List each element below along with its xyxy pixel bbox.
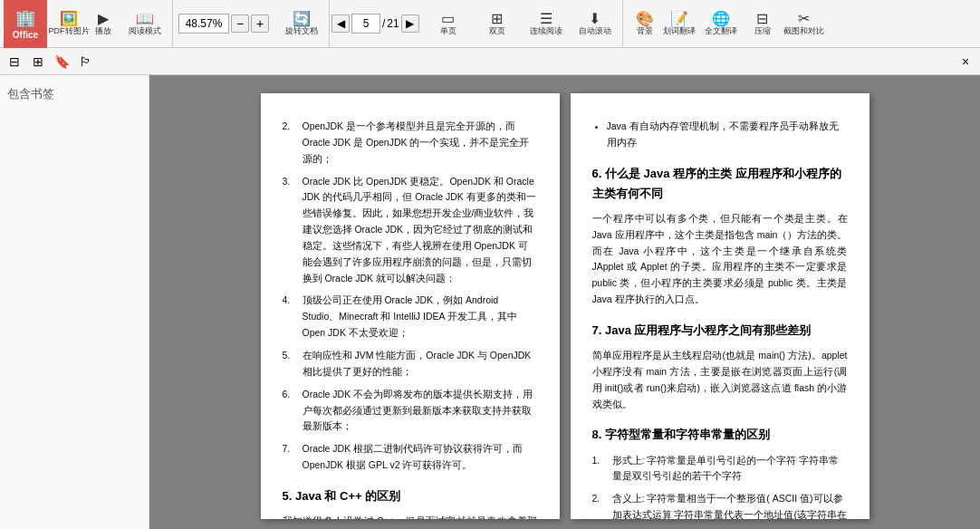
zoom-in-icon: + [256,16,264,31]
section7-body: 简单应用程序是从主线程启动(也就是 main() 方法)。applet 小程序没… [592,348,848,412]
toolbar-section-pdf: 🖼️ PDF转图片 ▶ 播放 📖 阅读模式 [49,0,173,47]
play-label: 播放 [95,27,111,36]
screenshot-icon: ✂ [798,12,810,26]
zoom-out-icon: − [236,16,244,31]
item-5-num: 5. [283,348,299,380]
pdf-to-image-label: PDF转图片 [49,27,90,36]
background-label: 背景 [637,27,653,36]
auto-scroll-button[interactable]: ⬇ 自动滚动 [572,4,619,43]
zoom-in-button[interactable]: + [251,14,269,33]
java-features-list: Java 有自动内存管理机制，不需要程序员手动释放无用内存 [607,119,848,151]
single-page-button[interactable]: ▭ 单页 [425,4,472,43]
section5-intro: 我知道很多人没学过 C++，但是面试官就就是喜欢拿着那题 Java 和 C++ … [283,514,538,519]
layout-icon-btn[interactable]: ⊟ [4,51,25,72]
item-5: 5. 在响应性和 JVM 性能方面，Oracle JDK 与 OpenJDK 相… [283,348,538,380]
zoom-input[interactable]: 48.57% [178,14,229,34]
item-2-text: OpenJDK 是一个参考模型并且是完全开源的，而 Oracle JDK 是 O… [303,119,538,168]
rotate-icon: 🔄 [293,12,311,26]
page-separator: / [382,17,385,30]
section8-text-1: 形式上: 字符常量是单引号引起的一个字符 字符串常量是双引号引起的若干个字符 [612,453,848,486]
item-3-text: Oracle JDK 比 OpenJDK 更稳定。OpenJDK 和 Oracl… [303,174,538,287]
toolbar-row1: 🏢 Office 🖼️ PDF转图片 ▶ 播放 📖 阅读模式 48.57% − … [0,0,980,48]
continuous-icon: ☰ [540,12,552,26]
flag-icon: 🏳 [79,54,91,69]
item-6-num: 6. [283,387,299,436]
toolbar-section-tools2: 🎨 背景 📝 划词翻译 🌐 全文翻译 ⊟ 压缩 ✂ 截图和对比 [625,0,831,47]
office-label: Office [13,30,38,40]
section6-title: 6. 什么是 Java 程序的主类 应用程序和小程序的主类有何不同 [592,164,848,204]
prev-page-button[interactable]: ◀ [331,14,350,33]
section8-num-2: 2. [592,491,609,519]
background-icon: 🎨 [636,12,654,26]
close-icon: × [962,54,969,69]
section6-body: 一个程序中可以有多个类，但只能有一个类是主类。在 Java 应用程序中，这个主类… [592,211,848,308]
single-page-label: 单页 [440,27,456,36]
pdf-to-image-button[interactable]: 🖼️ PDF转图片 [53,4,85,43]
double-page-label: 双页 [489,27,505,36]
word-translate-button[interactable]: 📝 划词翻译 [663,4,696,43]
zoom-section: 48.57% − + [175,14,273,34]
section8-title: 8. 字符型常量和字符串常量的区别 [592,425,848,445]
single-page-icon: ▭ [441,12,455,26]
screenshot-label: 截图和对比 [783,27,824,36]
pdf-page-left: 2. OpenJDK 是一个参考模型并且是完全开源的，而 Oracle JDK … [261,93,560,519]
grid-icon-btn[interactable]: ⊞ [27,51,49,72]
continuous-read-button[interactable]: ☰ 连续阅读 [523,4,570,43]
zoom-out-button[interactable]: − [231,14,249,33]
item-6: 6. Oracle JDK 不会为即将发布的版本提供长期支持，用户每次都必须通过… [283,387,538,436]
main-content-area[interactable]: 2. OpenJDK 是一个参考模型并且是完全开源的，而 Oracle JDK … [149,75,980,529]
bookmark-icon-btn[interactable]: 🔖 [51,51,72,72]
item-4-num: 4. [283,293,299,341]
page-number-input[interactable]: 5 [351,14,380,34]
full-translate-button[interactable]: 🌐 全文翻译 [697,4,745,43]
translate-icon: 📝 [670,12,688,26]
toolbar-row2: ⊟ ⊞ 🔖 🏳 × [0,48,980,75]
read-icon: 📖 [136,12,154,26]
toolbar-section-rotate: 🔄 旋转文档 [274,0,330,47]
next-page-button[interactable]: ▶ [401,14,419,33]
page-display: 5 / 21 [351,14,399,34]
section8-text-2: 含义上: 字符常量相当于一个整形值( ASCII 值)可以参加表达式运算 字符串… [612,491,848,519]
page-total: 21 [387,17,399,30]
background-button[interactable]: 🎨 背景 [629,4,661,43]
rotate-doc-button[interactable]: 🔄 旋转文档 [278,4,325,43]
item-2-num: 2. [283,119,299,168]
page-container: 2. OpenJDK 是一个参考模型并且是完全开源的，而 Oracle JDK … [261,93,870,511]
layout-icon: ⊟ [9,54,20,69]
item-2: 2. OpenJDK 是一个参考模型并且是完全开源的，而 Oracle JDK … [283,119,538,168]
play-button[interactable]: ▶ 播放 [87,4,120,43]
compress-label: 压缩 [754,27,771,36]
sidebar-content: 包含书签 [0,75,149,529]
item-5-text: 在响应性和 JVM 性能方面，Oracle JDK 与 OpenJDK 相比提供… [303,348,538,380]
toolbar-section-view: ▭ 单页 ⊞ 双页 ☰ 连续阅读 ⬇ 自动滚动 [421,0,623,47]
item-7: 7. Oracle JDK 根据二进制代码许可协议获得许可，而 OpenJDK … [283,441,538,474]
double-page-icon: ⊞ [491,12,503,26]
auto-scroll-label: 自动滚动 [579,27,611,36]
item-4-text: 顶级公司正在使用 Oracle JDK，例如 Android Studio、Mi… [303,293,538,341]
scroll-icon: ⬇ [589,12,600,26]
close-button[interactable]: × [955,51,976,72]
item-3: 3. Oracle JDK 比 OpenJDK 更稳定。OpenJDK 和 Or… [283,174,538,287]
flag-icon-btn[interactable]: 🏳 [74,51,96,72]
page-navigation: ◀ 5 / 21 ▶ [331,14,419,34]
sidebar-bookmark-label: 包含书签 [7,82,141,106]
compress-button[interactable]: ⊟ 压缩 [746,4,779,43]
full-translate-icon: 🌐 [712,12,730,26]
item-7-text: Oracle JDK 根据二进制代码许可协议获得许可，而 OpenJDK 根据 … [303,441,538,474]
screenshot-compare-button[interactable]: ✂ 截图和对比 [781,4,828,43]
full-translate-label: 全文翻译 [705,27,737,36]
section7-title: 7. Java 应用程序与小程序之间有那些差别 [592,321,848,341]
section8-item-1: 1. 形式上: 字符常量是单引号引起的一个字符 字符串常量是双引号引起的若干个字… [592,453,848,486]
grid-icon: ⊞ [33,54,43,69]
double-page-button[interactable]: ⊞ 双页 [474,4,521,43]
continuous-label: 连续阅读 [530,27,562,36]
pdf-page-right: Java 有自动内存管理机制，不需要程序员手动释放无用内存 6. 什么是 Jav… [571,93,870,519]
office-button[interactable]: 🏢 Office [4,0,47,48]
read-mode-label: 阅读模式 [129,27,161,36]
read-mode-button[interactable]: 📖 阅读模式 [121,4,168,43]
next-icon: ▶ [406,17,414,30]
prev-icon: ◀ [337,17,345,30]
section5-title: 5. Java 和 C++ 的区别 [283,486,538,506]
section8-item-2: 2. 含义上: 字符常量相当于一个整形值( ASCII 值)可以参加表达式运算 … [592,491,848,519]
bookmark-icon: 🔖 [54,54,70,69]
